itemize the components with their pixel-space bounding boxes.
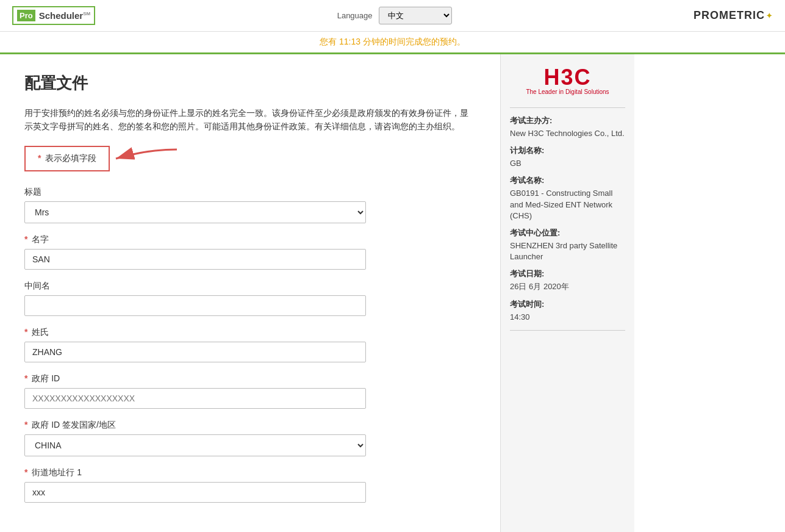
time-value: 14:30 [510,312,530,322]
last-name-group: * 姓氏 [24,327,476,362]
center-value: SHENZHEN 3rd party Satellite Launcher [510,241,617,261]
h3c-logo-container: H3C The Leader in Digital Solutions [510,66,625,95]
content-area: 配置文件 用于安排预约的姓名必须与您的身份证件上显示的姓名完全一致。该身份证件至… [0,54,500,532]
title-group: 标题 Mrs Mr Ms Dr [24,187,476,223]
gov-id-required-star: * [24,373,27,383]
main-layout: 配置文件 用于安排预约的姓名必须与您的身份证件上显示的姓名完全一致。该身份证件至… [0,54,785,532]
first-name-required-star: * [24,234,27,244]
exam-value: GB0191 - Constructing Small and Med-Size… [510,189,612,220]
time-label: 考试时间: [510,299,625,310]
required-star: * [38,153,41,163]
gov-id-country-required-star: * [24,420,27,430]
middle-name-input[interactable] [24,295,366,316]
prometric-logo: PROMETRIC ✦ [694,9,773,22]
required-notice-container: * 表示必填字段 [24,146,110,171]
street-required-star: * [24,467,27,477]
h3c-subtitle: The Leader in Digital Solutions [510,88,625,95]
sidebar-program: 计划名称: GB [510,145,625,169]
sponsor-value: New H3C Technologies Co., Ltd. [510,129,625,138]
sidebar-exam: 考试名称: GB0191 - Constructing Small and Me… [510,175,625,221]
h3c-logo-text: H3C [510,66,625,88]
language-label: Language [337,11,373,20]
timer-message: 您有 11:13 分钟的时间完成您的预约。 [320,37,465,46]
last-name-required-star: * [24,327,27,337]
sidebar-sponsor: 考试主办方: New H3C Technologies Co., Ltd. [510,115,625,139]
logo-container: Pro SchedulerSM [12,6,95,25]
required-notice-box: * 表示必填字段 [24,146,110,171]
arrow-graphic [110,143,183,174]
logo-scheduler: SchedulerSM [37,10,91,21]
required-notice-text: 表示必填字段 [45,153,96,163]
middle-name-group: 中间名 [24,281,476,316]
info-text: 用于安排预约的姓名必须与您的身份证件上显示的姓名完全一致。该身份证件至少必须是政… [24,106,476,134]
language-section: Language 中文 English [337,7,452,24]
date-label: 考试日期: [510,268,625,279]
prometric-star-icon: ✦ [766,12,773,20]
header: Pro SchedulerSM Language 中文 English PROM… [0,0,785,32]
center-label: 考试中心位置: [510,228,625,239]
title-select[interactable]: Mrs Mr Ms Dr [24,201,366,223]
first-name-label: * 名字 [24,234,476,245]
language-select[interactable]: 中文 English [379,7,452,24]
street-label: * 街道地址行 1 [24,467,476,478]
first-name-group: * 名字 [24,234,476,270]
program-label: 计划名称: [510,145,625,156]
logo-box: Pro SchedulerSM [12,6,95,25]
last-name-label: * 姓氏 [24,327,476,338]
program-value: GB [510,159,522,168]
gov-id-label: * 政府 ID [24,373,476,384]
gov-id-country-group: * 政府 ID 签发国家/地区 CHINA USA UK [24,420,476,456]
logo-pro: Pro [17,10,35,21]
page-title: 配置文件 [24,73,476,94]
sidebar-time: 考试时间: 14:30 [510,299,625,323]
timer-bar: 您有 11:13 分钟的时间完成您的预约。 [0,32,785,54]
last-name-input[interactable] [24,342,366,362]
sidebar-date: 考试日期: 26日 6月 2020年 [510,268,625,292]
sidebar-center: 考试中心位置: SHENZHEN 3rd party Satellite Lau… [510,228,625,262]
sponsor-label: 考试主办方: [510,115,625,126]
exam-label: 考试名称: [510,175,625,186]
date-value: 26日 6月 2020年 [510,282,569,291]
first-name-input[interactable] [24,249,366,270]
sidebar-divider-1 [510,107,625,108]
middle-name-label: 中间名 [24,281,476,292]
sidebar-divider-2 [510,330,625,331]
street-group: * 街道地址行 1 [24,467,476,503]
gov-id-country-select[interactable]: CHINA USA UK [24,434,366,456]
sidebar: H3C The Leader in Digital Solutions 考试主办… [500,54,634,532]
gov-id-group: * 政府 ID [24,373,476,409]
gov-id-input[interactable] [24,388,366,409]
title-label: 标题 [24,187,476,198]
gov-id-country-label: * 政府 ID 签发国家/地区 [24,420,476,431]
street-input[interactable] [24,482,366,503]
